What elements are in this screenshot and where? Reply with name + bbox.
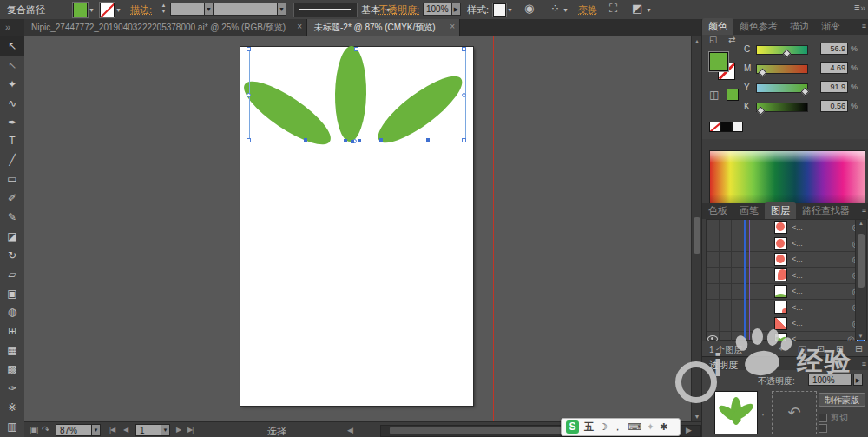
layer-thumbnail[interactable] bbox=[774, 317, 787, 330]
brush-definition-preview[interactable] bbox=[293, 3, 358, 17]
tab-stroke[interactable]: 描边 bbox=[784, 18, 815, 35]
channel-slider-m[interactable] bbox=[756, 64, 808, 74]
document-tab-2-active[interactable]: 未标题-2* @ 87% (CMYK/预览) × bbox=[307, 19, 460, 36]
layer-label[interactable]: <... bbox=[789, 303, 845, 312]
layer-row[interactable]: <... ◎ bbox=[707, 252, 866, 268]
brush-definition-value[interactable]: 基本 bbox=[361, 3, 380, 17]
anchor-point[interactable] bbox=[426, 138, 430, 142]
layer-label[interactable]: <... bbox=[789, 271, 845, 280]
tab-layers[interactable]: 图层 bbox=[765, 202, 796, 219]
bbox-handle-bottom-left[interactable] bbox=[247, 138, 251, 142]
locate-object-icon[interactable]: ⌖ bbox=[779, 343, 784, 354]
channel-slider-y[interactable] bbox=[756, 83, 808, 93]
bbox-handle-top-mid[interactable] bbox=[354, 47, 358, 51]
bbox-handle-mid-right[interactable] bbox=[462, 93, 466, 97]
mesh-tool[interactable]: ▦ bbox=[0, 341, 24, 360]
lock-cell[interactable] bbox=[720, 315, 732, 330]
soft-keyboard-icon[interactable]: ⌨ bbox=[628, 421, 641, 433]
recolor-artwork-icon[interactable]: ◉ bbox=[524, 2, 534, 15]
mask-placeholder-box[interactable]: ↶ bbox=[772, 391, 817, 434]
lock-cell[interactable] bbox=[720, 235, 732, 250]
layer-row[interactable]: <... ◎ bbox=[707, 300, 866, 315]
layer-thumbnail[interactable] bbox=[774, 301, 787, 314]
new-sublayer-icon[interactable]: ⊡ bbox=[817, 343, 825, 354]
anchor-point[interactable] bbox=[351, 140, 354, 143]
clip-checkbox-row[interactable]: 剪切 bbox=[819, 412, 848, 424]
layer-label[interactable]: <... bbox=[789, 287, 845, 295]
anchor-point[interactable] bbox=[344, 139, 347, 142]
tab-brushes[interactable]: 画笔 bbox=[733, 202, 765, 219]
ime-toolbar[interactable]: S 五 ☽ ， ⌨ ✦ ✱ bbox=[561, 418, 681, 436]
rectangle-tool[interactable]: ▭ bbox=[0, 169, 24, 189]
eyedropper-tool[interactable]: ✑ bbox=[0, 379, 24, 398]
transform-link[interactable]: 变换 bbox=[578, 3, 597, 17]
share-icon[interactable]: ↷ bbox=[42, 424, 49, 435]
visibility-cell[interactable] bbox=[707, 315, 720, 330]
direct-selection-tool[interactable]: ↖ bbox=[0, 56, 24, 75]
canvas-area[interactable] bbox=[24, 36, 691, 421]
tab-color-guide[interactable]: 颜色参考 bbox=[733, 18, 784, 35]
anchor-point[interactable] bbox=[304, 138, 307, 142]
align-objects-icon[interactable]: ⁘ bbox=[550, 2, 560, 15]
clip-checkbox[interactable] bbox=[819, 414, 827, 422]
in-gamut-color-swatch[interactable] bbox=[727, 89, 739, 101]
layers-scroll-down-icon[interactable]: ▼ bbox=[856, 334, 865, 339]
sogou-logo-icon[interactable]: S bbox=[566, 420, 579, 434]
clipping-mask-icon[interactable]: ▢ bbox=[798, 343, 806, 354]
perspective-grid-tool[interactable]: ⊞ bbox=[0, 321, 24, 341]
ime-mode-label[interactable]: 五 bbox=[584, 420, 594, 434]
lock-cell[interactable] bbox=[720, 300, 732, 315]
scale-tool[interactable]: ▱ bbox=[0, 265, 24, 284]
anchor-point[interactable] bbox=[379, 138, 383, 142]
prev-artboard-icon[interactable]: ◀ bbox=[123, 426, 128, 434]
zoom-dropdown-icon[interactable]: ▼ bbox=[91, 424, 101, 436]
tab-gradient[interactable]: 渐变 bbox=[815, 18, 846, 35]
document-tab-1[interactable]: Nipic_27447772_20190403222205378000.ai* … bbox=[24, 19, 307, 36]
bbox-handle-top-right[interactable] bbox=[462, 47, 466, 51]
channel-value-c[interactable]: 56.9 bbox=[820, 43, 848, 55]
layer-thumbnail[interactable] bbox=[774, 285, 787, 298]
lock-cell[interactable] bbox=[720, 252, 732, 267]
transparency-menu-icon[interactable]: ≡ bbox=[862, 360, 866, 368]
tab-overflow-icon[interactable]: » bbox=[5, 22, 10, 32]
selection-tool[interactable]: ↖ bbox=[0, 36, 24, 56]
select-similar-dropdown-icon[interactable]: ▼ bbox=[646, 7, 652, 13]
bbox-handle-top-left[interactable] bbox=[247, 47, 251, 51]
fill-swatch[interactable] bbox=[73, 3, 88, 17]
opacity-field[interactable]: 100% bbox=[423, 3, 452, 16]
stroke-link[interactable]: 描边: bbox=[130, 3, 152, 17]
rotate-tool[interactable]: ↻ bbox=[0, 246, 24, 265]
invert-mask-checkbox-row[interactable]: 反相蒙版 bbox=[819, 424, 831, 433]
slider-handle[interactable] bbox=[800, 88, 809, 96]
transparency-opacity-dropdown-icon[interactable]: ▶ bbox=[853, 374, 863, 386]
gradient-tool[interactable]: ▩ bbox=[0, 360, 24, 379]
anchor-point[interactable] bbox=[358, 139, 361, 142]
object-thumbnail[interactable] bbox=[714, 391, 758, 434]
hscroll-right-icon[interactable]: ▶ bbox=[686, 426, 691, 434]
transparency-panel-header[interactable]: 透明度 ≡ bbox=[702, 356, 868, 371]
stroke-swatch[interactable] bbox=[100, 3, 115, 17]
vertical-scroll-thumb[interactable] bbox=[694, 217, 700, 254]
transparency-opacity-field[interactable]: 100% bbox=[808, 374, 852, 386]
hscroll-left-icon[interactable]: ◀ bbox=[347, 426, 352, 434]
layer-label[interactable]: <... bbox=[789, 255, 845, 263]
artboard-dropdown-icon[interactable]: ▼ bbox=[161, 424, 170, 436]
channel-slider-c[interactable] bbox=[756, 45, 808, 55]
none-swatch[interactable] bbox=[709, 122, 720, 132]
eraser-tool[interactable]: ◪ bbox=[0, 227, 24, 246]
layers-scroll-thumb[interactable] bbox=[858, 234, 865, 288]
paintbrush-tool[interactable]: ✐ bbox=[0, 189, 24, 208]
zoom-level-field[interactable]: 87% bbox=[56, 424, 92, 436]
style-swatch[interactable] bbox=[493, 3, 506, 17]
horizontal-scroll-thumb[interactable] bbox=[390, 427, 585, 434]
slider-handle[interactable] bbox=[757, 107, 766, 116]
channel-value-k[interactable]: 0.56 bbox=[820, 100, 848, 112]
layer-thumbnail[interactable] bbox=[774, 237, 787, 250]
layer-row[interactable]: <... ◎ bbox=[707, 268, 866, 283]
layer-row[interactable]: <... ◎ bbox=[707, 284, 866, 300]
tab-1-close-icon[interactable]: × bbox=[297, 22, 302, 31]
visibility-cell[interactable] bbox=[707, 220, 720, 235]
lock-cell[interactable] bbox=[720, 268, 732, 282]
fill-dropdown-icon[interactable]: ▼ bbox=[89, 7, 95, 13]
column-graph-tool[interactable]: ▥ bbox=[0, 417, 24, 436]
